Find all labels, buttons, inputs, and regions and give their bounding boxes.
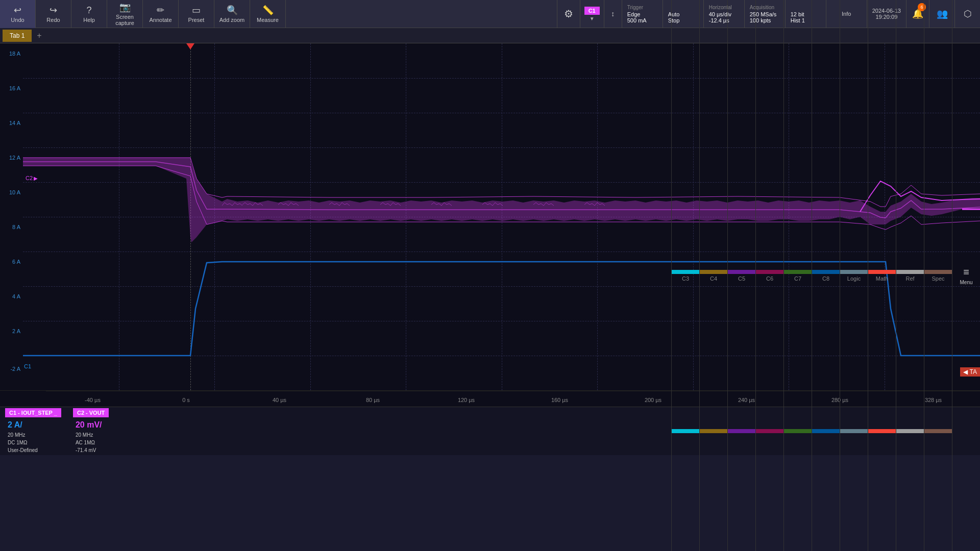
c3-color-indicator bbox=[672, 270, 699, 274]
y-label-16a: 16 A bbox=[9, 85, 20, 91]
screen-capture-button[interactable]: 📷 Screencapture bbox=[107, 0, 143, 28]
ch1-details: 2 A/ 20 MHz DC 1MΩ User-Defined bbox=[5, 419, 61, 454]
c5-button[interactable]: C5 bbox=[727, 0, 755, 551]
math-button[interactable]: Math bbox=[868, 0, 896, 551]
c7-color-indicator bbox=[784, 270, 812, 274]
c8-color-indicator bbox=[812, 270, 840, 274]
help-icon: ? bbox=[86, 5, 91, 16]
x-tick-80: 80 µs bbox=[326, 397, 420, 403]
measure-button[interactable]: 📏 Measure bbox=[250, 0, 286, 28]
ch2-details: 20 mV/ 20 MHz AC 1MΩ -71.4 mV bbox=[73, 419, 109, 454]
redo-icon: ↪ bbox=[50, 5, 57, 16]
menu-button[interactable]: ≡ Menu bbox=[952, 0, 980, 551]
channel-info-left: C1 - IOUT_STEP _ 2 A/ 20 MHz DC 1MΩ User… bbox=[0, 407, 114, 455]
x-tick-neg40: -40 µs bbox=[46, 397, 139, 403]
c4-button[interactable]: C4 bbox=[699, 0, 727, 551]
undo-icon: ↩ bbox=[14, 5, 21, 16]
channel-badge: C1 bbox=[584, 7, 600, 15]
c8-button[interactable]: C8 bbox=[812, 0, 840, 551]
zoom-icon: 🔍 bbox=[227, 5, 238, 16]
x-tick-40: 40 µs bbox=[233, 397, 326, 403]
preset-button[interactable]: ▭ Preset bbox=[179, 0, 214, 28]
help-button[interactable]: ? Help bbox=[71, 0, 107, 28]
y-label-4a: 4 A bbox=[12, 293, 20, 299]
trigger-level-icon: ↕ bbox=[611, 10, 615, 18]
ref-color-indicator bbox=[896, 270, 924, 274]
ch1-info: C1 - IOUT_STEP _ 2 A/ 20 MHz DC 1MΩ User… bbox=[5, 408, 61, 454]
y-label-12a: 12 A bbox=[9, 155, 20, 161]
x-tick-160: 160 µs bbox=[513, 397, 606, 403]
spec-button[interactable]: Spec bbox=[924, 0, 952, 551]
trigger-cursor-area: ↕ bbox=[604, 0, 622, 28]
add-zoom-button[interactable]: 🔍 Add zoom bbox=[214, 0, 250, 28]
menu-icon: ≡ bbox=[963, 266, 969, 278]
measure-icon: 📏 bbox=[262, 5, 274, 16]
ch2-info: C2 - VOUT 20 mV/ 20 MHz AC 1MΩ -71.4 mV bbox=[73, 408, 109, 454]
c6-color-indicator bbox=[756, 270, 783, 274]
c4-color-indicator bbox=[700, 270, 727, 274]
y-label-8a: 8 A bbox=[12, 224, 20, 230]
chevron-down-icon: ▼ bbox=[590, 16, 595, 21]
redo-button[interactable]: ↪ Redo bbox=[36, 0, 71, 28]
undo-button[interactable]: ↩ Undo bbox=[0, 0, 36, 28]
camera-icon: 📷 bbox=[119, 2, 131, 13]
logic-color-indicator bbox=[840, 270, 868, 274]
preset-icon: ▭ bbox=[192, 5, 201, 16]
c7-button[interactable]: C7 bbox=[783, 0, 812, 551]
trigger-section: Trigger Edge 500 mA bbox=[622, 0, 663, 28]
ch2-tag[interactable]: C2 - VOUT bbox=[73, 408, 109, 417]
channel-buttons-row: C3 C4 C5 C6 C7 C8 Logic Math Ref Spec ≡ … bbox=[671, 0, 980, 551]
ref-button[interactable]: Ref bbox=[896, 0, 924, 551]
ch1-tag[interactable]: C1 - IOUT_STEP _ bbox=[5, 408, 61, 417]
c5-color-indicator bbox=[728, 270, 755, 274]
channel-indicator[interactable]: C1 ▼ bbox=[580, 0, 604, 28]
tab-1[interactable]: Tab 1 bbox=[3, 30, 32, 42]
math-color-indicator bbox=[868, 270, 896, 274]
y-label-2a: 2 A bbox=[12, 328, 20, 334]
x-axis-spacer bbox=[0, 391, 23, 407]
annotate-button[interactable]: ✏ Annotate bbox=[143, 0, 179, 28]
add-tab-button[interactable]: + bbox=[32, 29, 46, 42]
x-tick-0: 0 s bbox=[139, 397, 233, 403]
y-label-10a: 10 A bbox=[9, 189, 20, 195]
x-tick-120: 120 µs bbox=[420, 397, 513, 403]
spec-color-indicator bbox=[924, 270, 952, 274]
ch1-scale: 2 A/ 20 MHz DC 1MΩ User-Defined bbox=[5, 419, 40, 454]
y-label-neg2a: -2 A bbox=[10, 366, 20, 372]
y-label-18a: 18 A bbox=[9, 51, 20, 57]
c6-button[interactable]: C6 bbox=[755, 0, 783, 551]
c3-button[interactable]: C3 bbox=[671, 0, 699, 551]
settings-button[interactable]: ⚙ bbox=[557, 0, 580, 28]
logic-button[interactable]: Logic bbox=[840, 0, 868, 551]
y-label-6a: 6 A bbox=[12, 259, 20, 265]
ch2-scale: 20 mV/ 20 MHz AC 1MΩ -71.4 mV bbox=[73, 419, 105, 454]
pencil-icon: ✏ bbox=[157, 5, 164, 16]
y-label-14a: 14 A bbox=[9, 120, 20, 126]
y-axis: 18 A 16 A 14 A 12 A 10 A 8 A 6 A 4 A 2 A… bbox=[0, 43, 23, 390]
